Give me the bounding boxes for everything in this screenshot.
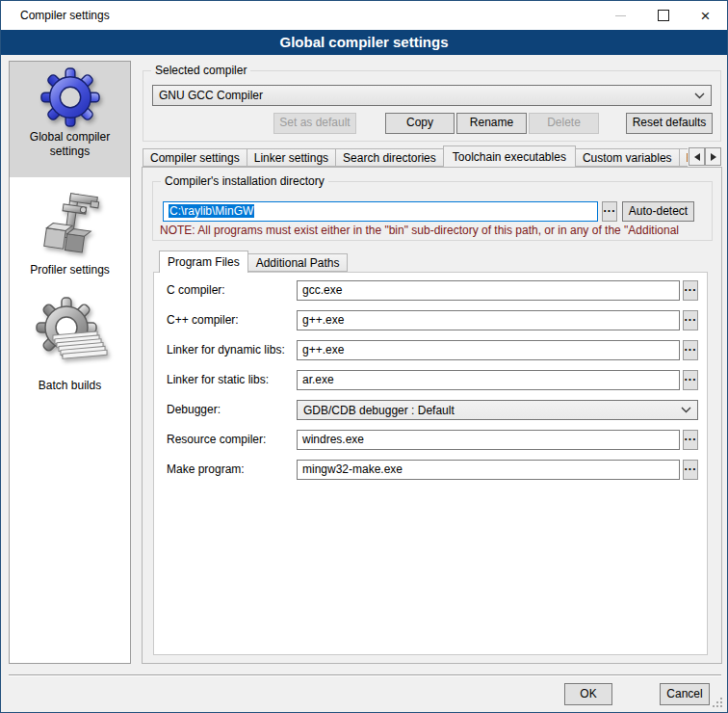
tab-scroll-left-button[interactable] <box>689 147 705 166</box>
chevron-down-icon <box>694 92 705 99</box>
rename-button[interactable]: Rename <box>456 113 527 134</box>
close-icon: × <box>701 8 711 24</box>
maximize-button[interactable] <box>641 1 685 30</box>
blue-gear-icon <box>40 67 100 127</box>
cpp-compiler-browse-button[interactable]: ... <box>683 310 698 330</box>
cancel-button[interactable]: Cancel <box>660 683 710 705</box>
tab-scroll-right-icon <box>711 153 716 161</box>
copy-button[interactable]: Copy <box>385 113 455 134</box>
reset-defaults-button[interactable]: Reset defaults <box>626 113 713 134</box>
footer-separator <box>9 674 721 676</box>
resource-compiler-browse-button[interactable]: ... <box>683 430 698 450</box>
sidebar-item-batch-builds[interactable]: Batch builds <box>10 291 130 405</box>
debugger-select[interactable]: GDB/CDB debugger : Default <box>297 400 698 420</box>
inner-tab-bar: Program Files Additional Paths <box>159 250 348 272</box>
compiler-select[interactable]: GNU GCC Compiler <box>152 85 712 106</box>
tab-program-files[interactable]: Program Files <box>159 251 248 273</box>
c-compiler-browse-button[interactable]: ... <box>683 280 698 301</box>
make-program-label: Make program: <box>167 460 245 480</box>
make-program-browse-button[interactable]: ... <box>683 460 698 480</box>
tab-linker-settings[interactable]: Linker settings <box>247 148 336 167</box>
installation-directory-input[interactable]: C:\raylib\MinGW <box>163 201 598 222</box>
window-title: Compiler settings <box>20 9 110 22</box>
caliper-icon <box>36 191 105 260</box>
sidebar-item-label: Batch builds <box>10 379 130 393</box>
sidebar-item-global-compiler-settings[interactable]: Global compiler settings <box>10 62 130 177</box>
page-title: Global compiler settings <box>1 30 727 55</box>
selected-compiler-group: Selected compiler GNU GCC Compiler Set a… <box>143 70 721 142</box>
auto-detect-button[interactable]: Auto-detect <box>622 201 694 222</box>
c-compiler-label: C compiler: <box>167 280 225 301</box>
tab-scroll-left-icon <box>694 153 700 161</box>
installation-directory-browse-button[interactable]: ... <box>602 201 617 222</box>
cpp-compiler-label: C++ compiler: <box>167 310 239 330</box>
resource-compiler-input[interactable]: windres.exe <box>297 430 680 450</box>
close-button[interactable]: × <box>684 1 727 30</box>
sidebar-item-label: Profiler settings <box>10 263 130 277</box>
toolchain-executables-page: Compiler's installation directory C:\ray… <box>142 167 722 664</box>
set-as-default-button[interactable]: Set as default <box>273 113 356 134</box>
tab-toolchain-executables[interactable]: Toolchain executables <box>443 145 576 167</box>
settings-tab-bar: Compiler settings Linker settings Search… <box>143 145 688 167</box>
cpp-compiler-input[interactable]: g++.exe <box>297 310 680 330</box>
installation-directory-group-label: Compiler's installation directory <box>161 174 328 188</box>
resource-compiler-label: Resource compiler: <box>167 430 266 450</box>
sidebar-item-label: Global compiler settings <box>10 130 130 159</box>
selected-compiler-group-label: Selected compiler <box>151 64 250 77</box>
tab-custom-variables[interactable]: Custom variables <box>575 148 680 167</box>
static-linker-label: Linker for static libs: <box>167 370 269 390</box>
maximize-icon <box>658 10 669 21</box>
tab-scroll-right-button[interactable] <box>705 147 721 166</box>
static-linker-browse-button[interactable]: ... <box>683 370 698 390</box>
c-compiler-input[interactable]: gcc.exe <box>297 280 680 301</box>
minimize-button[interactable] <box>599 1 642 30</box>
tab-additional-paths[interactable]: Additional Paths <box>247 253 349 272</box>
tab-search-directories[interactable]: Search directories <box>335 148 444 167</box>
resize-grip[interactable] <box>720 705 722 707</box>
program-files-panel: C compiler: gcc.exe ... C++ compiler: g+… <box>153 272 708 655</box>
installation-directory-group: Compiler's installation directory C:\ray… <box>152 181 713 241</box>
ok-button[interactable]: OK <box>564 683 612 705</box>
chevron-down-icon <box>681 407 691 413</box>
sidebar-item-profiler-settings[interactable]: Profiler settings <box>10 187 130 287</box>
dynamic-linker-browse-button[interactable]: ... <box>683 340 698 360</box>
compiler-select-value: GNU GCC Compiler <box>159 89 263 102</box>
installation-note: NOTE: All programs must exist either in … <box>160 224 724 237</box>
gray-gear-stack-icon <box>32 295 109 376</box>
compiler-settings-dialog: Compiler settings × Global compiler sett… <box>0 0 728 713</box>
tab-build-options[interactable]: Build <box>679 148 688 167</box>
settings-sidebar: Global compiler settings <box>9 61 131 664</box>
make-program-input[interactable]: mingw32-make.exe <box>297 460 680 480</box>
minimize-icon <box>615 15 626 16</box>
tab-compiler-settings[interactable]: Compiler settings <box>143 148 247 167</box>
static-linker-input[interactable]: ar.exe <box>297 370 680 390</box>
installation-directory-selected-text: C:\raylib\MinGW <box>169 204 254 218</box>
title-bar[interactable]: Compiler settings × <box>1 1 727 30</box>
dynamic-linker-input[interactable]: g++.exe <box>297 340 680 360</box>
debugger-select-value: GDB/CDB debugger : Default <box>303 404 455 417</box>
dynamic-linker-label: Linker for dynamic libs: <box>167 340 285 360</box>
debugger-label: Debugger: <box>167 400 221 420</box>
delete-button[interactable]: Delete <box>529 113 599 134</box>
